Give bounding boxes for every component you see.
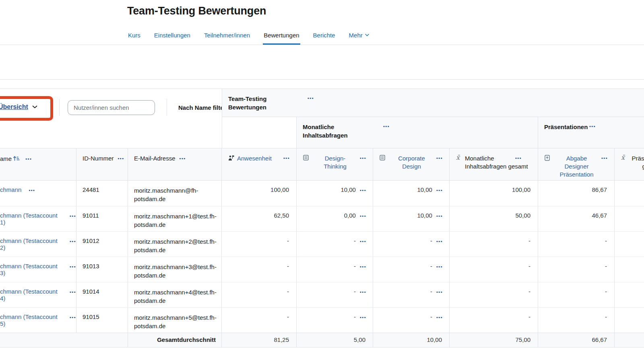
student-name-link[interactable]: chmann (Testaccount 1)	[0, 212, 62, 226]
grade-cell-corporate-design: - •••	[373, 232, 450, 257]
grade-cell-abgabe: -	[538, 308, 615, 333]
column-menu-icon[interactable]: •••	[360, 155, 366, 161]
student-id-cell: 91012	[76, 232, 128, 257]
column-menu-icon[interactable]: •••	[118, 156, 124, 161]
grade-cell-corporate-design: 10,00 •••	[373, 206, 450, 231]
mean-icon: x̄	[621, 155, 625, 160]
grade-cell-praesentationen-gesamt	[615, 308, 644, 333]
grader-report-table: Team-Testing Bewertungen ••• Monatliche …	[0, 88, 644, 348]
grade-cell-corporate-design: - •••	[373, 282, 450, 307]
column-menu-icon[interactable]: •••	[180, 156, 186, 161]
student-name-link[interactable]: chmann (Testaccount 5)	[0, 313, 62, 327]
student-name-cell: chmann (Testaccount 5) •••	[0, 308, 76, 333]
category-menu-icon[interactable]: •••	[383, 123, 390, 129]
grade-cell-monatliche-gesamt: -	[450, 308, 538, 333]
grade-cell-praesentationen-gesamt	[615, 257, 644, 282]
student-id-cell: 91015	[76, 308, 128, 333]
grade-value: 10,00	[417, 186, 432, 193]
student-name-link[interactable]: chmann (Testaccount 3)	[0, 263, 62, 276]
grade-cell-corporate-design: - •••	[373, 257, 450, 282]
grade-menu-icon[interactable]: •••	[436, 213, 443, 219]
column-menu-icon[interactable]: •••	[515, 155, 522, 161]
grade-value: -	[354, 313, 356, 320]
student-row: chmann (Testaccount 1) ••• 91011 moritz.…	[0, 206, 644, 231]
grade-item-link[interactable]: Anwesenheit	[237, 155, 272, 162]
grade-cell-design-thinking: - •••	[297, 257, 373, 282]
grade-item-link[interactable]: Abgabe Designer Präsentation	[558, 154, 595, 179]
student-email-cell: moritz.maschmann+4@test.fh-potsdam.de	[128, 282, 222, 307]
grade-report-toolbar: Übersicht Nach Name filtern	[0, 45, 644, 80]
average-corporate-design: 10,00	[373, 333, 450, 347]
student-name-link[interactable]: chmann (Testaccount 4)	[0, 288, 62, 302]
tab-bewertungen[interactable]: Bewertungen	[263, 27, 300, 45]
grade-menu-icon[interactable]: •••	[436, 239, 443, 244]
column-menu-icon[interactable]: •••	[601, 155, 608, 161]
grade-value: -	[430, 237, 432, 244]
category-label: Team-Testing Bewertungen	[228, 95, 279, 111]
row-menu-icon[interactable]: •••	[70, 315, 76, 320]
category-cell-presentations: Präsentationen •••	[538, 117, 644, 148]
column-menu-icon[interactable]: •••	[436, 155, 443, 161]
attendance-icon	[228, 155, 234, 161]
column-header-label: ID-Nummer	[83, 154, 114, 162]
grade-menu-icon[interactable]: •••	[436, 289, 443, 295]
grade-menu-icon[interactable]: •••	[360, 315, 366, 320]
grade-cell-abgabe: 86,67	[538, 181, 615, 206]
grade-menu-icon[interactable]: •••	[360, 289, 366, 295]
grade-value: -	[430, 313, 432, 320]
grade-menu-icon[interactable]: •••	[436, 187, 443, 193]
student-row: chmann (Testaccount 2) ••• 91012 moritz.…	[0, 231, 644, 257]
grade-item-link[interactable]: Corporate Design	[396, 154, 428, 171]
student-id-cell: 91014	[76, 282, 128, 307]
grade-menu-icon[interactable]: •••	[360, 239, 366, 244]
column-header-design-thinking: Design-Thinking •••	[297, 148, 373, 180]
tab-teilnehmer-innen[interactable]: Teilnehmer/innen	[203, 27, 251, 45]
row-menu-icon[interactable]: •••	[70, 213, 76, 219]
grade-menu-icon[interactable]: •••	[360, 264, 366, 269]
category-row-course: Team-Testing Bewertungen •••	[0, 89, 644, 117]
row-menu-icon[interactable]: •••	[70, 289, 76, 295]
category-menu-icon[interactable]: •••	[589, 123, 596, 129]
student-name-cell: chmann (Testaccount 1) •••	[0, 206, 76, 231]
category-menu-icon[interactable]: •••	[308, 95, 314, 101]
student-name-link[interactable]: chmann (Testaccount 2)	[0, 237, 62, 251]
row-menu-icon[interactable]: •••	[70, 264, 76, 269]
column-menu-icon[interactable]: •••	[283, 155, 290, 161]
category-label: Monatliche Inhaltsabfragen	[303, 123, 371, 140]
tab-einstellungen[interactable]: Einstellungen	[153, 27, 191, 45]
tab-berichte[interactable]: Berichte	[312, 27, 336, 45]
grade-cell-design-thinking: - •••	[297, 232, 373, 257]
row-menu-icon[interactable]: •••	[70, 239, 76, 244]
tab-mehr[interactable]: Mehr	[348, 27, 370, 45]
student-email-cell: moritz.maschmann+2@test.fh-potsdam.de	[128, 232, 222, 257]
grade-cell-monatliche-gesamt: -	[450, 232, 538, 257]
grade-cell-abgabe: 46,67	[538, 206, 615, 231]
grade-cell-praesentationen-gesamt	[615, 206, 644, 231]
category-row-subcategories: Monatliche Inhaltsabfragen ••• Präsentat…	[0, 117, 644, 148]
row-menu-icon[interactable]: •••	[29, 187, 35, 193]
column-header-monatliche-gesamt: x̄ Monatliche Inhaltsabfragen gesamt •••	[450, 148, 538, 180]
grade-menu-icon[interactable]: •••	[360, 213, 366, 219]
tab-kurs[interactable]: Kurs	[127, 27, 141, 45]
column-header-name: ame •••	[0, 148, 76, 180]
grade-item-link[interactable]: Design-Thinking	[319, 154, 351, 171]
column-header-anwesenheit: Anwesenheit •••	[222, 148, 297, 180]
student-email-cell: moritz.maschmann+3@test.fh-potsdam.de	[128, 257, 222, 282]
column-menu-icon[interactable]: •••	[25, 156, 32, 162]
student-email-cell: moritz.maschmann+5@test.fh-potsdam.de	[128, 308, 222, 333]
grade-cell-anwesenheit: -	[222, 282, 297, 307]
sort-ascending-icon[interactable]	[13, 156, 20, 161]
grade-value: -	[354, 263, 356, 269]
student-email-cell: moritz.maschmann@fh-potsdam.de	[128, 181, 222, 206]
average-praesentationen-gesamt	[615, 333, 644, 347]
grade-menu-icon[interactable]: •••	[360, 187, 366, 193]
grade-menu-icon[interactable]: •••	[436, 315, 443, 320]
student-name-link[interactable]: chmann	[0, 186, 21, 193]
spacer-cell	[0, 117, 222, 148]
journal-icon	[303, 155, 309, 160]
grade-value: 10,00	[341, 186, 356, 193]
grade-menu-icon[interactable]: •••	[436, 264, 443, 269]
average-design-thinking: 5,00	[297, 333, 373, 347]
category-label: Präsentationen	[544, 123, 613, 131]
student-row: chmann (Testaccount 3) ••• 91013 moritz.…	[0, 257, 644, 282]
